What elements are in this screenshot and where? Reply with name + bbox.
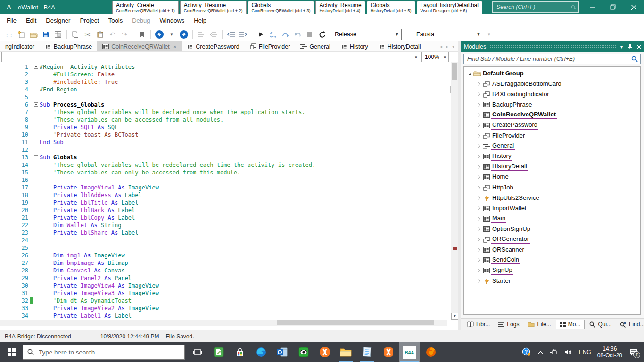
taskbar-app-store[interactable] (229, 342, 250, 362)
new-project-icon[interactable] (16, 29, 27, 40)
find-module-box[interactable] (463, 54, 641, 64)
doc-tab-history[interactable]: History (336, 41, 373, 51)
tab-overflow-icon[interactable]: ▾ (452, 44, 454, 49)
outdent-icon[interactable] (225, 29, 237, 40)
open-project-icon[interactable] (28, 29, 39, 40)
indent-icon[interactable] (238, 29, 249, 40)
taskbar-app-edge[interactable] (250, 342, 272, 362)
collapse-icon[interactable] (467, 72, 472, 76)
paste-icon[interactable] (94, 29, 106, 40)
menu-edit[interactable]: Edit (21, 15, 41, 26)
hidden-icons-chevron-icon[interactable] (537, 350, 544, 354)
titlebar-search-input[interactable] (495, 3, 571, 11)
doc-tab-createpassword[interactable]: CreatePassword (182, 41, 244, 51)
title-tab[interactable]: LayoutHistoryDetail.balVisual Designer (… (417, 1, 482, 15)
scrollbar-thumb[interactable] (452, 63, 457, 80)
taskbar-search[interactable] (23, 345, 185, 360)
module-item-fileprovider[interactable]: FileProvider (464, 131, 640, 141)
title-tab[interactable]: Activity_ResumeCoinReceiveQRWallet (ctrl… (180, 1, 247, 15)
step-over-icon[interactable] (280, 29, 291, 40)
taskbar-app-b4a[interactable]: B4A (399, 342, 420, 362)
bookmark-icon[interactable] (136, 29, 148, 40)
title-tab[interactable]: Activity_ResumeHistoryDetail (ctrl + 4) (315, 1, 365, 15)
expand-icon[interactable] (476, 268, 482, 273)
code-editor[interactable]: 1#Region Activity Attributes2 #FullScree… (0, 62, 458, 320)
expand-icon[interactable] (476, 196, 482, 200)
power-icon[interactable] (550, 349, 558, 355)
fold-column[interactable] (33, 154, 40, 161)
taskbar-app-task-view[interactable] (187, 342, 208, 362)
device-select[interactable]: Fausta ▼ (413, 29, 483, 40)
volume-icon[interactable] (564, 349, 573, 355)
horizontal-scrollbar[interactable] (0, 320, 447, 326)
minimize-button[interactable] (582, 0, 603, 14)
step-into-icon[interactable] (267, 29, 279, 40)
navigate-forward-icon[interactable] (178, 29, 190, 40)
panel-tab-file[interactable]: File... (524, 320, 554, 329)
menu-project[interactable]: Project (75, 15, 103, 26)
vertical-scrollbar[interactable]: ▼ (451, 62, 458, 320)
expand-icon[interactable] (476, 185, 482, 190)
module-item-httputils2service[interactable]: HttpUtils2Service (464, 193, 640, 203)
titlebar-search[interactable] (492, 1, 579, 13)
doc-tab-general[interactable]: General (295, 41, 335, 51)
copy-icon[interactable] (70, 29, 81, 40)
tree-group-default-group[interactable]: Default Group (464, 68, 640, 79)
export-project-icon[interactable] (52, 29, 64, 40)
doc-tab-fileprovider[interactable]: FileProvider (245, 41, 296, 51)
module-item-home[interactable]: Home (464, 172, 640, 182)
module-item-qrscanner[interactable]: QRScanner (464, 245, 640, 255)
module-item-importwallet[interactable]: ImportWallet (464, 203, 640, 214)
cut-icon[interactable]: ✂ (82, 29, 93, 40)
taskbar-app-xampp[interactable] (314, 342, 335, 362)
panel-tab-mo[interactable]: Mo... (556, 320, 585, 329)
taskbar-app-firefox[interactable] (420, 342, 441, 362)
title-tab[interactable]: Activity_CreateCoinReceiveQRWallet (ctrl… (112, 1, 179, 15)
expand-icon[interactable] (476, 165, 482, 169)
doc-tab-backupphrase[interactable]: BackupPhrase (40, 41, 97, 51)
module-item-coinreceiveqrwallet[interactable]: CoinReceiveQRWallet (464, 110, 640, 120)
expand-icon[interactable] (476, 92, 482, 97)
expand-icon[interactable] (476, 133, 482, 138)
module-item-historydetail[interactable]: HistoryDetail (464, 162, 640, 172)
taskbar-app-outlook[interactable] (272, 342, 293, 362)
expand-icon[interactable] (476, 175, 482, 180)
expand-icon[interactable] (476, 279, 482, 283)
module-item-optionsignup[interactable]: OptionSignUp (464, 224, 640, 234)
run-icon[interactable] (255, 29, 266, 40)
panel-tab-logs[interactable]: Logs (495, 320, 523, 329)
doc-tab-historydetail[interactable]: HistoryDetail (373, 41, 426, 51)
module-item-general[interactable]: General (464, 141, 640, 151)
build-configuration-select[interactable]: Release ▼ (331, 29, 402, 40)
panel-close-icon[interactable] (637, 45, 641, 49)
navigate-back-icon[interactable] (154, 29, 165, 40)
module-item-qrgenerator[interactable]: QRGenerator (464, 234, 640, 245)
pin-icon[interactable] (627, 44, 632, 50)
expand-icon[interactable] (476, 258, 482, 263)
member-navigator-select[interactable]: ▼ (1, 52, 420, 62)
module-item-b4xloadingindicator[interactable]: B4XLoadingIndicator (464, 89, 640, 99)
menu-file[interactable]: File (2, 15, 21, 26)
title-tab[interactable]: GlobalsHistoryDetail (ctrl + 5) (367, 1, 415, 15)
menu-designer[interactable]: Designer (41, 15, 75, 26)
scrollbar-thumb[interactable] (277, 320, 434, 325)
module-item-httpjob[interactable]: HttpJob (464, 182, 640, 193)
taskbar-app-file-explorer[interactable] (335, 342, 356, 362)
scroll-tabs-left-icon[interactable]: ◂ (440, 44, 442, 49)
taskbar-app-xampp-2[interactable] (378, 342, 399, 362)
panel-tab-libr[interactable]: Libr... (463, 320, 494, 329)
taskbar-app-eye-app[interactable] (293, 342, 314, 362)
module-item-createpassword[interactable]: CreatePassword (464, 120, 640, 131)
menu-help[interactable]: Help (189, 15, 211, 26)
module-item-signup[interactable]: SignUp (464, 265, 640, 276)
navigate-back-menu-icon[interactable]: ▼ (166, 29, 177, 40)
fold-column[interactable] (33, 101, 40, 108)
editor-zoom-select[interactable]: 100% ▼ (421, 52, 449, 62)
action-center-icon[interactable]: 7 (628, 348, 638, 357)
scroll-tabs-right-icon[interactable]: ▸ (446, 44, 448, 49)
toolbar-overflow-icon[interactable]: ▾ (488, 32, 490, 37)
expand-icon[interactable] (476, 113, 482, 117)
module-item-asdraggablebottomcard[interactable]: ASDraggableBottomCard (464, 79, 640, 89)
expand-icon[interactable] (476, 123, 482, 128)
expand-icon[interactable] (476, 247, 482, 252)
